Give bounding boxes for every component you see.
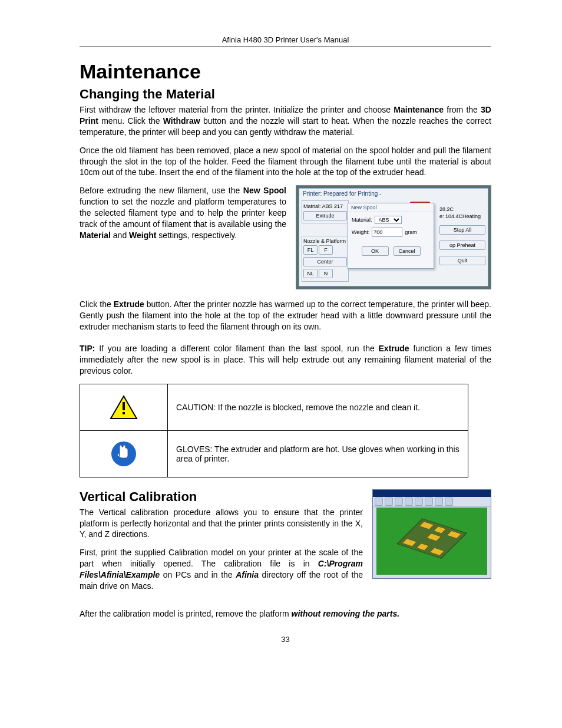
page-number: 33 (80, 635, 491, 644)
weight-input[interactable] (372, 228, 402, 237)
nl-button[interactable]: NL (303, 269, 318, 278)
toolbar-icon[interactable] (415, 498, 423, 506)
toolbar-icon[interactable] (385, 498, 393, 506)
nozzle-platform-label: Nozzle & Platform (303, 238, 347, 244)
para-new-spool-function: Before extruding the new filament, use t… (80, 185, 286, 241)
para-vertcal-remove: After the calibration model is printed, … (80, 608, 491, 620)
toolbar-icon[interactable] (435, 498, 443, 506)
fl-button[interactable]: FL (303, 245, 318, 255)
material-group: Matrial: ABS 217 Extrude (302, 200, 349, 223)
toolbar-icon[interactable] (405, 498, 413, 506)
material-label: Matrial: ABS 217 (303, 203, 347, 209)
gloves-icon-cell (80, 430, 168, 477)
popup-title: New Spool (348, 203, 434, 212)
material-field-label: Material: (352, 217, 372, 223)
gloves-icon (111, 442, 136, 466)
preheat-button[interactable]: op Preheat (439, 241, 485, 250)
running-header: Afinia H480 3D Printer User's Manual (80, 35, 491, 44)
nozzle-platform-group: Nozzle & Platform FL F Center NL N (302, 236, 349, 282)
center-button[interactable]: Center (303, 257, 347, 266)
page-title: Maintenance (80, 60, 491, 83)
material-select[interactable]: ABS (375, 216, 402, 224)
svg-rect-1 (123, 402, 125, 410)
para-vertcal-intro: The Vertical calibration procedure allow… (80, 507, 363, 541)
toolbar-icon[interactable] (425, 498, 433, 506)
para-tip: TIP: If you are loading a different colo… (80, 343, 491, 377)
warning-triangle-icon (110, 395, 138, 420)
document-page: Afinia H480 3D Printer User's Manual Mai… (0, 0, 562, 679)
tip-label: TIP: (80, 344, 95, 353)
warning-table: CAUTION: If the nozzle is blocked, remov… (80, 384, 468, 477)
caution-text: CAUTION: If the nozzle is blocked, remov… (168, 384, 468, 430)
stop-all-button[interactable]: Stop All (439, 225, 485, 235)
cancel-button[interactable]: Cancel (394, 246, 421, 256)
quit-button[interactable]: Quit (439, 256, 485, 265)
calibration-screenshot (372, 489, 491, 579)
para-extrude: Click the Extrude button. After the prin… (80, 299, 491, 332)
para-vertcal-file: First, print the supplied Calibration mo… (80, 547, 363, 592)
section-changing-material-title: Changing the Material (80, 87, 491, 102)
extrude-button[interactable]: Extrude (303, 211, 347, 220)
dialog-title: Printer: Prepared for Printing - (303, 190, 381, 197)
ok-button[interactable]: OK (362, 246, 389, 256)
app-titlebar (373, 490, 491, 497)
para-withdraw: First withdraw the leftover material fro… (80, 104, 491, 138)
fr-button[interactable]: F (319, 245, 333, 255)
temp-platform: e: 104.4CHeating (439, 213, 485, 219)
dialog-status-column: 28.2C e: 104.4CHeating Stop All op Prehe… (436, 206, 485, 266)
toolbar-icon[interactable] (395, 498, 403, 506)
nr-button[interactable]: N (319, 269, 333, 278)
section-vertical-calibration-title: Vertical Calibration (80, 489, 363, 505)
weight-unit: gram (405, 229, 417, 235)
app-toolbar (373, 497, 491, 507)
toolbar-icon[interactable] (445, 498, 453, 506)
maintenance-dialog-screenshot: Printer: Prepared for Printing - X Matri… (296, 185, 491, 289)
caution-icon-cell (80, 384, 168, 430)
svg-rect-2 (123, 412, 125, 414)
weight-field-label: Weight: (352, 229, 369, 235)
toolbar-icon[interactable] (375, 498, 383, 506)
new-spool-popup: New Spool Material: ABS Weight: gram OK … (348, 203, 434, 269)
gloves-text: GLOVES: The extruder and platform are ho… (168, 430, 468, 477)
header-rule (80, 47, 491, 47)
temp-nozzle: 28.2C (439, 206, 485, 212)
viewport-3d[interactable] (376, 508, 487, 575)
para-new-spool-physical: Once the old filament has been removed, … (80, 145, 491, 179)
